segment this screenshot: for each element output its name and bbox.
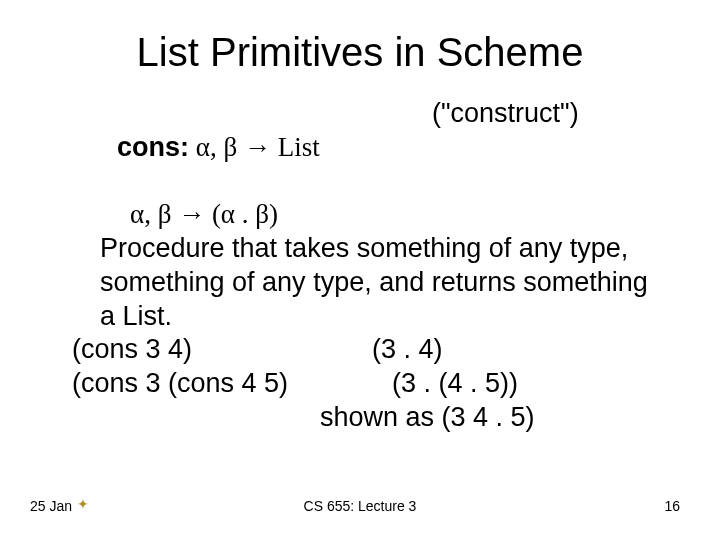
slide-title: List Primitives in Scheme [60, 30, 660, 75]
footer-page-number: 16 [664, 498, 680, 514]
cons-type-expansion: α, β → (α . β) [60, 198, 660, 232]
cons-gloss: ("construct") [372, 97, 660, 198]
cons-signature-line: cons: α, β → List ("construct") [60, 97, 660, 198]
example-1-result: (3 . 4) [372, 333, 660, 367]
jester-icon [76, 497, 94, 515]
slide: List Primitives in Scheme cons: α, β → L… [0, 0, 720, 540]
footer-date: 25 Jan [30, 498, 72, 514]
cons-signature: α, β → List [189, 132, 320, 162]
footer-date-block: 25 Jan [30, 497, 94, 515]
footer-course: CS 655: Lecture 3 [0, 498, 720, 514]
cons-description: Procedure that takes something of any ty… [60, 232, 660, 333]
example-2-call: (cons 3 (cons 4 5) [72, 367, 372, 401]
cons-label: cons: [117, 132, 189, 162]
shown-as-line: shown as (3 4 . 5) [60, 401, 660, 435]
slide-footer: 25 Jan CS 655: Lecture 3 16 [0, 498, 720, 514]
example-1-call: (cons 3 4) [72, 333, 372, 367]
example-1: (cons 3 4) (3 . 4) [60, 333, 660, 367]
example-2: (cons 3 (cons 4 5) (3 . (4 . 5)) [60, 367, 660, 401]
example-2-result: (3 . (4 . 5)) [372, 367, 660, 401]
